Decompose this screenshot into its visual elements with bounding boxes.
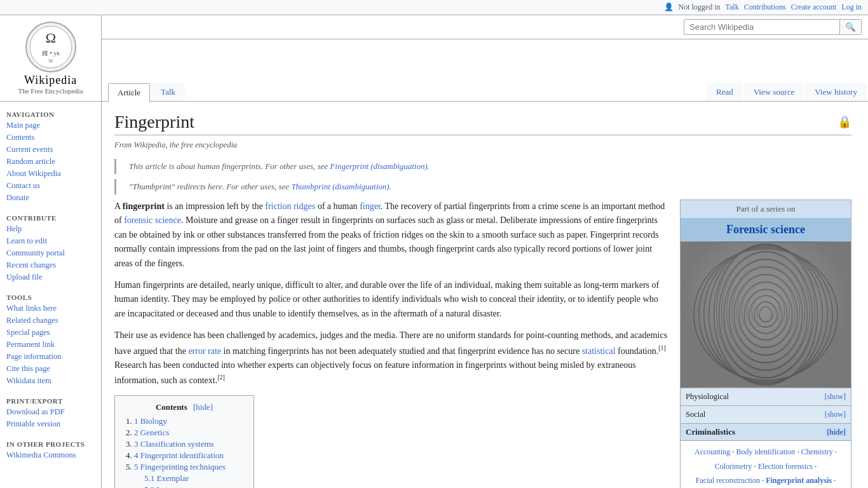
infobox: Part of a series on Forensic science xyxy=(680,200,851,488)
error-rate-link[interactable]: error rate xyxy=(188,346,221,355)
from-wikipedia: From Wikipedia, the free encyclopedia xyxy=(114,140,851,150)
tab-talk[interactable]: Talk xyxy=(151,83,185,101)
accounting-link[interactable]: Accounting xyxy=(695,447,730,456)
paragraph-2: Human fingerprints are detailed, nearly … xyxy=(114,278,670,321)
sidebar-item-community-portal[interactable]: Community portal xyxy=(0,247,101,259)
tab-article[interactable]: Article xyxy=(108,83,150,102)
sidebar-item-download-pdf[interactable]: Download as PDF xyxy=(0,406,101,418)
fingerprint-analysis-bold: Fingerprint analysis xyxy=(766,476,832,485)
colorimetry-link[interactable]: Colorimetry xyxy=(715,462,752,471)
infobox-social-show[interactable]: [show] xyxy=(825,410,846,419)
tabs-and-search: 🔍 Article Talk Read View source View his… xyxy=(102,15,868,101)
top-bar: 👤 Not logged in Talk Contributions Creat… xyxy=(0,0,868,15)
sidebar-item-wikidata-item[interactable]: Wikidata item xyxy=(0,375,101,387)
sidebar-tools: Tools What links here Related changes Sp… xyxy=(0,291,101,387)
ref-1: [1] xyxy=(658,344,666,351)
sidebar-item-special-pages[interactable]: Special pages xyxy=(0,327,101,339)
wikipedia-logo: Ω 維 • ук W xyxy=(25,22,76,72)
user-icon: 👤 xyxy=(664,3,674,12)
sidebar-tools-heading: Tools xyxy=(0,291,101,302)
sidebar-contribute-heading: Contribute xyxy=(0,212,101,223)
log-in-link[interactable]: Log in xyxy=(841,3,862,12)
fingerprint-disambiguation-link[interactable]: Fingerprint (disambiguation). xyxy=(330,161,430,171)
logo-area: Ω 維 • ук W Wikipedia The Free Encycloped… xyxy=(0,15,102,101)
tab-view-history[interactable]: View history xyxy=(805,83,867,101)
sidebar-item-cite-this-page[interactable]: Cite this page xyxy=(0,363,101,375)
sidebar-navigation-heading: Navigation xyxy=(0,108,101,119)
logo-subtext: The Free Encyclopedia xyxy=(18,87,83,95)
search-input[interactable] xyxy=(684,20,839,34)
sidebar-item-main-page[interactable]: Main page xyxy=(0,119,101,132)
sidebar-item-help[interactable]: Help xyxy=(0,223,101,235)
article-body: A fingerprint is an impression left by t… xyxy=(114,200,851,488)
hatnote-1: This article is about human fingerprints… xyxy=(114,159,851,174)
toc-list: 1 Biology 2 Genetics 3 Classification sy… xyxy=(134,416,245,488)
sidebar-item-what-links-here[interactable]: What links here xyxy=(0,302,101,315)
search-row: 🔍 xyxy=(102,15,868,39)
infobox-physiological-show[interactable]: [show] xyxy=(825,392,846,402)
infobox-fingerprint-image xyxy=(681,241,851,388)
infobox-social-row: Social [show] xyxy=(681,405,851,423)
infobox-social-label: Social xyxy=(686,410,705,419)
toc-item-classification: 3 Classification systems xyxy=(134,439,245,449)
toc-title: Contents [hide] xyxy=(124,402,245,412)
sidebar-navigation: Navigation Main page Contents Current ev… xyxy=(0,108,101,204)
infobox-series-label: Part of a series on xyxy=(681,200,851,218)
infobox-criminalistics-label: Criminalistics xyxy=(686,427,735,437)
body-id-link[interactable]: Body identification xyxy=(736,447,795,456)
search-button[interactable]: 🔍 xyxy=(839,20,861,34)
create-account-link[interactable]: Create account xyxy=(791,3,837,12)
sidebar-item-related-changes[interactable]: Related changes xyxy=(0,315,101,327)
paragraph-3: Their use as evidence has been challenge… xyxy=(114,329,670,388)
article-text: A fingerprint is an impression left by t… xyxy=(114,200,670,488)
infobox-physiological-row: Physiological [show] xyxy=(681,388,851,405)
sidebar-item-permanent-link[interactable]: Permanent link xyxy=(0,339,101,351)
page-title: Fingerprint 🔒 xyxy=(114,112,851,135)
svg-text:維 • ук: 維 • ук xyxy=(41,50,60,57)
header: Ω 維 • ук W Wikipedia The Free Encycloped… xyxy=(0,15,868,102)
ref-2: [2] xyxy=(217,374,225,381)
tab-read[interactable]: Read xyxy=(707,83,743,101)
paragraph-1: A fingerprint is an impression left by t… xyxy=(114,200,670,271)
election-forensics-link[interactable]: Election forensics xyxy=(758,462,813,471)
sidebar-item-donate[interactable]: Donate xyxy=(0,192,101,204)
chemistry-link[interactable]: Chemistry xyxy=(801,447,833,456)
infobox-physiological-label: Physiological xyxy=(686,392,729,402)
toc-hide-link[interactable]: [hide] xyxy=(193,402,213,412)
contributions-link[interactable]: Contributions xyxy=(744,3,786,12)
fingerprint-analysis-link[interactable]: Fingerprint analysis xyxy=(766,476,832,485)
thumbprint-disambiguation-link[interactable]: Thumbprint (disambiguation). xyxy=(291,182,391,191)
finger-link[interactable]: finger xyxy=(360,201,381,211)
search-box: 🔍 xyxy=(684,19,862,35)
sidebar-item-contact-us[interactable]: Contact us xyxy=(0,180,101,192)
sidebar-item-contents[interactable]: Contents xyxy=(0,132,101,144)
friction-ridges-link[interactable]: friction ridges xyxy=(265,201,315,211)
svg-rect-28 xyxy=(681,242,851,387)
sidebar-item-learn-to-edit[interactable]: Learn to edit xyxy=(0,235,101,247)
sidebar-item-random-article[interactable]: Random article xyxy=(0,156,101,168)
talk-link[interactable]: Talk xyxy=(726,3,739,12)
svg-text:Ω: Ω xyxy=(45,30,55,46)
sidebar-item-current-events[interactable]: Current events xyxy=(0,144,101,156)
sidebar-item-wikimedia-commons[interactable]: Wikimedia Commons xyxy=(0,449,101,461)
tab-group-right: Read View source View history xyxy=(707,83,868,101)
sidebar-contribute: Contribute Help Learn to edit Community … xyxy=(0,212,101,283)
logo-text: Wikipedia xyxy=(24,74,77,87)
not-logged-in-label: Not logged in xyxy=(679,3,721,12)
statistical-link[interactable]: statistical xyxy=(582,346,616,355)
table-of-contents: Contents [hide] 1 Biology 2 Genetics 3 C… xyxy=(114,395,254,488)
toc-item-genetics: 2 Genetics xyxy=(134,428,245,438)
sidebar-item-printable-version[interactable]: Printable version xyxy=(0,418,101,430)
sidebar-item-recent-changes[interactable]: Recent changes xyxy=(0,259,101,271)
sidebar-item-upload-file[interactable]: Upload file xyxy=(0,271,101,283)
infobox-criminalistics-hide[interactable]: [hide] xyxy=(827,428,846,437)
lock-icon: 🔒 xyxy=(837,115,851,129)
toc-item-fingerprinting-techniques: 5 Fingerprinting techniques 5.1 Exemplar… xyxy=(134,462,245,488)
infobox-criminalistics-header: Criminalistics [hide] xyxy=(681,423,851,440)
tab-view-source[interactable]: View source xyxy=(744,83,804,101)
forensic-science-link[interactable]: forensic science xyxy=(124,215,181,225)
sidebar-item-page-information[interactable]: Page information xyxy=(0,351,101,363)
tabs-row: Article Talk Read View source View histo… xyxy=(102,39,868,101)
sidebar-item-about-wikipedia[interactable]: About Wikipedia xyxy=(0,168,101,180)
facial-reconstruction-link[interactable]: Facial reconstruction xyxy=(696,476,760,485)
